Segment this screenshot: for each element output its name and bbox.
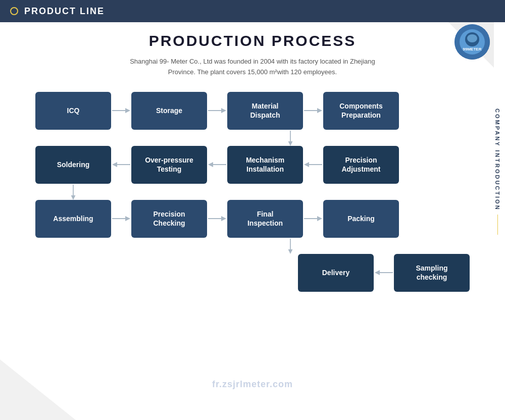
header-title: PRODUCT LINE: [24, 6, 105, 17]
arrow-right-4: [111, 213, 131, 225]
process-packing: Packing: [323, 200, 399, 238]
svg-marker-12: [288, 141, 293, 146]
arrow-right-3: [303, 104, 323, 117]
arrow-left-3: [303, 159, 323, 171]
header-bar: PRODUCT LINE: [0, 0, 505, 22]
watermark: fr.zsjrlmeter.com: [212, 379, 293, 390]
flow-row-2: Soldering Over-pressure Testing Mechanis…: [35, 146, 470, 184]
svg-marker-14: [112, 162, 117, 167]
logo-circle: 99METER: [454, 24, 490, 60]
process-final-inspection: Final Inspection: [227, 200, 303, 238]
process-storage: Storage: [131, 92, 207, 130]
down-arrow-1-container: [35, 130, 328, 146]
down-arrow-2-container: [35, 184, 328, 200]
arrow-right-2: [207, 104, 227, 117]
arrow-right-1: [111, 104, 131, 117]
down-arrow-3-container: [35, 238, 328, 254]
process-over-pressure-testing: Over-pressure Testing: [131, 146, 207, 184]
page-title: PRODUCTION PROCESS: [30, 32, 475, 49]
process-material-dispatch: Material Dispatch: [227, 92, 303, 130]
flow-diagram: ICQ Storage Material Dispatch Components…: [30, 92, 475, 292]
svg-marker-10: [317, 108, 322, 113]
flow-row-3: Assembling Precision Checking Final Insp…: [35, 200, 470, 238]
svg-marker-26: [317, 216, 322, 221]
arrow-left-1: [111, 159, 131, 171]
arrow-right-5: [207, 213, 227, 225]
process-soldering: Soldering: [35, 146, 111, 184]
svg-marker-28: [288, 249, 293, 254]
svg-marker-18: [304, 162, 309, 167]
arrow-right-6: [303, 213, 323, 225]
svg-marker-8: [221, 108, 226, 113]
arrow-down-3: [284, 238, 296, 254]
triangle-decoration-bottom: [0, 359, 76, 420]
logo-area: 99METER: [454, 24, 490, 60]
process-icq: ICQ: [35, 92, 111, 130]
process-mechanism-installation: Mechanism Installation: [227, 146, 303, 184]
svg-marker-30: [375, 270, 380, 275]
svg-text:99METER: 99METER: [463, 47, 482, 51]
flow-row-4: Delivery Sampling checking: [35, 254, 470, 292]
process-precision-adjustment: Precision Adjustment: [323, 146, 399, 184]
svg-marker-16: [208, 162, 213, 167]
page-subtitle: Shanghai 99- Meter Co., Ltd was founded …: [30, 57, 475, 78]
process-delivery: Delivery: [298, 254, 374, 292]
process-assembling: Assembling: [35, 200, 111, 238]
svg-point-3: [467, 34, 477, 42]
header-circle-icon: [10, 7, 18, 15]
arrow-down-1: [284, 130, 296, 146]
process-sampling-checking: Sampling checking: [394, 254, 470, 292]
main-content: PRODUCTION PROCESS Shanghai 99- Meter Co…: [0, 22, 505, 297]
svg-marker-6: [125, 108, 130, 113]
svg-marker-22: [125, 216, 130, 221]
flow-row-1: ICQ Storage Material Dispatch Components…: [35, 92, 470, 130]
svg-marker-24: [221, 216, 226, 221]
arrow-down-2: [67, 184, 79, 200]
arrow-left-4: [374, 267, 394, 279]
process-precision-checking: Precision Checking: [131, 200, 207, 238]
svg-marker-20: [71, 195, 76, 200]
process-components-preparation: Components Preparation: [323, 92, 399, 130]
arrow-left-2: [207, 159, 227, 171]
